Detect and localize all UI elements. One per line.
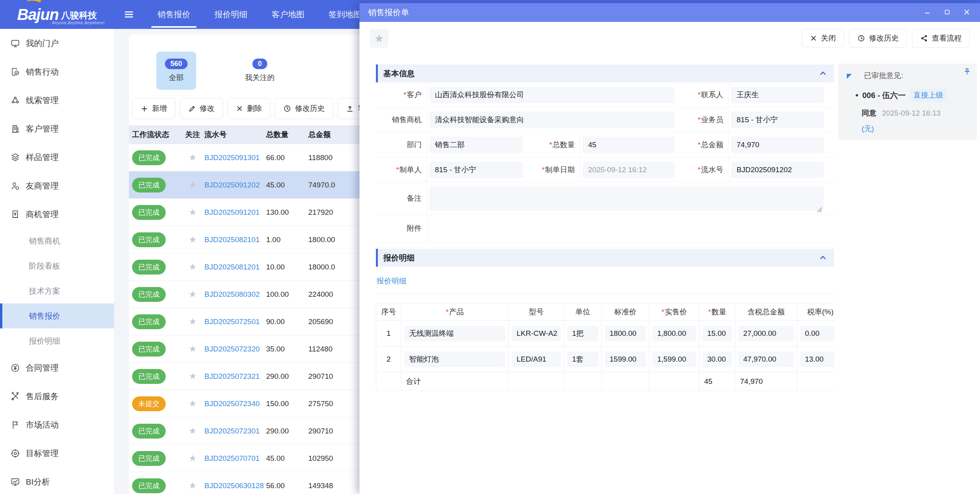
- detail-tax-cell: 0.00: [797, 321, 834, 346]
- favorite-star-icon[interactable]: ★: [181, 398, 204, 409]
- favorite-star-icon[interactable]: ★: [181, 344, 204, 354]
- sidebar-item-marketing[interactable]: 市场活动: [0, 410, 114, 439]
- sidebar-item-sales-action[interactable]: 销售行动: [0, 57, 114, 86]
- sidebar-item-competitors[interactable]: 友商管理: [0, 171, 114, 200]
- attachment-cell[interactable]: [427, 214, 826, 242]
- detail-qty-value[interactable]: 15.00: [703, 326, 732, 341]
- workflow-status-cell: 已完成: [132, 232, 181, 247]
- favorite-star-icon[interactable]: ★: [181, 234, 204, 245]
- favorite-star-icon[interactable]: ★: [181, 480, 204, 491]
- favorite-star-icon[interactable]: ★: [370, 29, 388, 48]
- sidebar-item-samples[interactable]: 样品管理: [0, 143, 114, 171]
- detail-product-value[interactable]: 无线测温终端: [404, 326, 505, 341]
- total-amount-field[interactable]: [731, 137, 824, 153]
- detail-sell_price-value[interactable]: 1,800.00: [653, 326, 696, 341]
- sidebar-item-bi-analysis[interactable]: BI分析: [0, 467, 114, 494]
- flow-no-link[interactable]: BJD2025072301: [204, 427, 260, 435]
- flow-no-link[interactable]: BJD2025081201: [204, 263, 260, 271]
- favorite-star-icon[interactable]: ★: [181, 207, 204, 218]
- nav-tab-sales-quote[interactable]: 销售报价: [145, 0, 202, 29]
- edit-button[interactable]: 修改: [180, 98, 223, 119]
- sidebar-item-opportunities[interactable]: 商机管理: [0, 200, 114, 228]
- sidebar-subitem-quote-detail[interactable]: 报价明细: [0, 328, 114, 353]
- flow-no-link[interactable]: BJD2025091301: [204, 153, 260, 162]
- favorite-star-icon[interactable]: ★: [181, 262, 204, 272]
- favorite-star-icon[interactable]: ★: [181, 453, 204, 464]
- view-flow-button[interactable]: 查看流程: [912, 29, 970, 48]
- quote-detail-link[interactable]: 报价明细: [377, 276, 406, 286]
- flow-no-link[interactable]: BJD2025080302: [204, 290, 260, 298]
- detail-tax-value[interactable]: 0.00: [800, 326, 834, 341]
- flow-no-link[interactable]: BJD2025091201: [204, 208, 260, 216]
- maximize-icon[interactable]: [943, 8, 952, 17]
- sidebar-item-customers[interactable]: 客户管理: [0, 114, 114, 143]
- detail-std_price-value[interactable]: 1800.00: [605, 326, 646, 341]
- detail-model-value[interactable]: LKR-CW-A2: [512, 326, 561, 341]
- delete-button[interactable]: 删除: [227, 98, 270, 119]
- nav-tab-customer-map[interactable]: 客户地图: [259, 0, 317, 29]
- close-button[interactable]: 关闭: [802, 29, 844, 48]
- add-button[interactable]: 新增: [132, 98, 175, 119]
- contact-field[interactable]: [731, 87, 824, 103]
- sidebar-subitem-sales-opportunity[interactable]: 销售商机: [0, 228, 114, 253]
- opportunity-field[interactable]: [429, 112, 674, 128]
- sidebar-subitem-sales-quote[interactable]: 销售报价: [0, 303, 114, 328]
- collapse-chevron-icon[interactable]: [819, 253, 827, 262]
- creator-field[interactable]: [429, 162, 523, 178]
- collapse-triangle-icon[interactable]: [847, 74, 852, 79]
- flow-no-link[interactable]: BJD2025072321: [204, 372, 260, 380]
- sidebar-item-targets[interactable]: 目标管理: [0, 439, 114, 467]
- total-qty-field[interactable]: [583, 137, 674, 153]
- favorite-star-icon[interactable]: ★: [181, 152, 204, 163]
- close-window-icon[interactable]: [963, 8, 971, 17]
- sidebar-item-after-sales[interactable]: 售后服务: [0, 382, 114, 410]
- flow-no-link[interactable]: BJD2025072340: [204, 399, 260, 408]
- create-date-field[interactable]: [583, 162, 674, 178]
- flow-no-link[interactable]: BJD2025072501: [204, 317, 260, 326]
- history-button[interactable]: 修改历史: [275, 98, 333, 119]
- resize-grip-icon[interactable]: [817, 207, 822, 212]
- modify-history-button[interactable]: 修改历史: [849, 29, 907, 48]
- sidebar-subitem-tech-solution[interactable]: 技术方案: [0, 278, 114, 303]
- favorite-star-icon[interactable]: ★: [181, 371, 204, 382]
- detail-product-value[interactable]: 智能灯泡: [404, 351, 505, 367]
- flow-no-link[interactable]: BJD2025072320: [204, 345, 260, 353]
- sidebar-item-contracts[interactable]: 合同管理: [0, 353, 114, 382]
- pin-icon[interactable]: [963, 68, 971, 76]
- customer-field[interactable]: [429, 87, 674, 103]
- department-field[interactable]: [429, 137, 523, 153]
- total-qty-cell: 290.00: [266, 372, 308, 381]
- favorite-star-icon[interactable]: ★: [181, 180, 204, 190]
- detail-amount-value[interactable]: 27,000.00: [739, 326, 794, 341]
- sidebar-item-my-portal[interactable]: 我的门户: [0, 29, 114, 57]
- favorite-star-icon[interactable]: ★: [181, 426, 204, 436]
- flow-no-link[interactable]: BJD20250630128: [204, 482, 264, 490]
- nav-tab-quote-detail[interactable]: 报价明细: [202, 0, 259, 29]
- detail-unit-value[interactable]: 1套: [567, 351, 598, 367]
- hamburger-menu-icon[interactable]: [121, 7, 137, 22]
- favorite-star-icon[interactable]: ★: [181, 289, 204, 300]
- sidebar-item-leads[interactable]: 线索管理: [0, 86, 114, 114]
- filter-followed[interactable]: 0 我关注的: [240, 52, 280, 90]
- flow-no-link[interactable]: BJD2025091202: [204, 181, 260, 189]
- flow-no-link[interactable]: BJD2025070701: [204, 454, 260, 462]
- detail-qty-value[interactable]: 30.00: [703, 351, 732, 367]
- detail-std_price-value[interactable]: 1599.00: [605, 351, 646, 367]
- sidebar-subitem-stage-board[interactable]: 阶段看板: [0, 253, 114, 278]
- collapse-chevron-icon[interactable]: [819, 69, 827, 78]
- approver-role-link[interactable]: 直接上级: [910, 89, 947, 102]
- minimize-icon[interactable]: [924, 8, 932, 17]
- filter-all[interactable]: 560 全部: [156, 52, 196, 90]
- flow-no-field[interactable]: [731, 162, 824, 178]
- favorite-star-icon[interactable]: ★: [181, 316, 204, 327]
- flow-no-link[interactable]: BJD2025082101: [204, 235, 260, 244]
- salesman-field[interactable]: [731, 112, 824, 128]
- detail-sell_price-value[interactable]: 1,599.00: [653, 351, 696, 367]
- detail-model-value[interactable]: LED/A91: [512, 351, 561, 367]
- col-workflow-status: 工作流状态: [132, 130, 181, 140]
- remark-field[interactable]: [429, 186, 824, 210]
- detail-amount-value[interactable]: 47,970.00: [739, 351, 794, 367]
- detail-unit-value[interactable]: 1把: [567, 326, 598, 341]
- clock-icon: [283, 105, 291, 112]
- detail-tax-value[interactable]: 13.00: [800, 351, 834, 367]
